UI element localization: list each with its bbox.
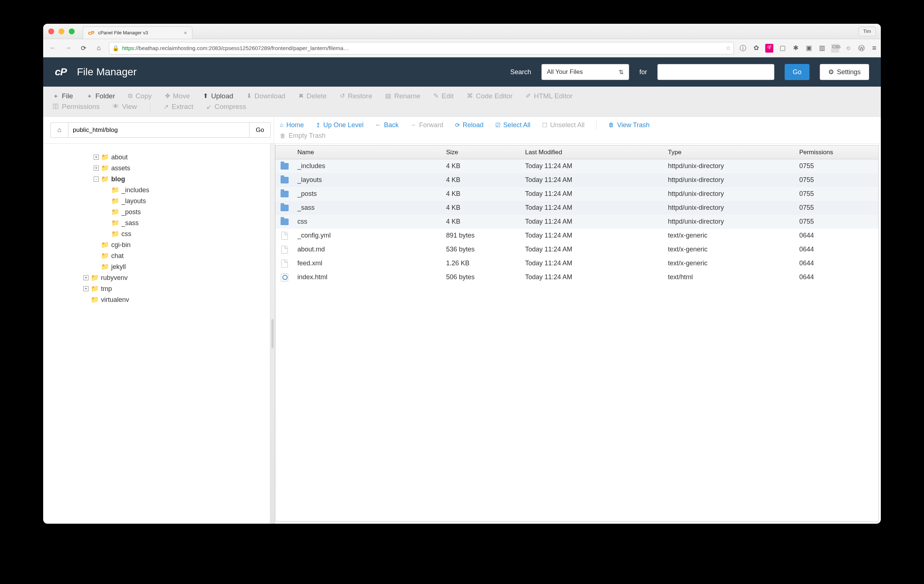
tree-item[interactable]: 📁_sass <box>83 217 266 229</box>
browser-tab[interactable]: cP cPanel File Manager v3 × <box>82 26 192 39</box>
chat-ext-icon[interactable]: ▢ <box>779 44 787 53</box>
tree-item[interactable]: 📁virtualenv <box>83 294 266 305</box>
col-name-header[interactable]: Name <box>297 149 446 156</box>
tree-item[interactable]: 📁jekyll <box>83 261 266 272</box>
nav-back[interactable]: ←Back <box>375 121 399 129</box>
compress-button[interactable]: ↙Compress <box>206 102 246 111</box>
nav-unselect-all[interactable]: ☐Unselect All <box>542 121 584 129</box>
new-file-button[interactable]: ＋File <box>53 92 73 100</box>
col-perm-header[interactable]: Permissions <box>799 149 878 156</box>
gear-icon[interactable]: ✿ <box>752 44 760 53</box>
table-row[interactable]: _layouts4 KBToday 11:24 AMhttpd/unix-dir… <box>276 173 878 187</box>
search-label: Search <box>510 68 531 76</box>
tree-item[interactable]: +📁about <box>83 152 266 163</box>
move-button[interactable]: ✥Move <box>165 92 190 100</box>
search-input[interactable] <box>657 64 774 80</box>
shield-ext-icon[interactable]: ▥ <box>818 44 826 53</box>
table-row[interactable]: _sass4 KBToday 11:24 AMhttpd/unix-direct… <box>276 201 878 215</box>
path-input[interactable] <box>68 122 249 138</box>
search-go-button[interactable]: Go <box>785 64 810 80</box>
wordpress-ext-icon[interactable]: Ⓦ <box>858 44 865 53</box>
table-row[interactable]: _config.yml891 bytesToday 11:24 AMtext/x… <box>276 229 878 243</box>
tree-item[interactable]: +📁assets <box>83 163 266 174</box>
code-editor-button[interactable]: ⌘Code Editor <box>467 92 513 100</box>
folder-icon: 📁 <box>91 296 99 304</box>
info-icon[interactable]: ⓘ <box>739 44 747 53</box>
tree-item[interactable]: 📁_layouts <box>83 196 266 206</box>
extract-button[interactable]: ↗Extract <box>163 102 193 111</box>
upload-button[interactable]: ⬆Upload <box>203 92 233 100</box>
restore-button[interactable]: ↺Restore <box>340 92 372 100</box>
tree-item[interactable]: +📁tmp <box>83 283 266 294</box>
tree-item[interactable]: 📁cgi-bin <box>83 239 266 250</box>
permissions-button[interactable]: ⚿Permissions <box>53 102 99 111</box>
tree-item[interactable]: 📁css <box>83 229 266 239</box>
nav-select-all[interactable]: ☑Select All <box>495 121 530 129</box>
settings-button[interactable]: ⚙ Settings <box>820 64 869 80</box>
box-ext-icon[interactable]: ▣ <box>805 44 813 53</box>
window-close-icon[interactable] <box>48 28 54 35</box>
new-folder-button[interactable]: ＋Folder <box>86 92 115 100</box>
folder-icon <box>280 205 289 211</box>
copy-button[interactable]: ⧉Copy <box>128 92 152 100</box>
nav-forward[interactable]: →Forward <box>411 121 443 129</box>
path-controls: ⌂ Go <box>43 117 274 143</box>
browser-menu-icon[interactable]: ≡ <box>872 44 876 52</box>
view-button[interactable]: 👁View <box>113 102 137 111</box>
omnibox[interactable]: 🔒 https://beathap.reclaimhosting.com:208… <box>109 42 734 54</box>
window-minimize-icon[interactable] <box>59 28 64 35</box>
pink-ext-icon[interactable]: q! <box>765 44 773 53</box>
tree-item[interactable]: -📁blog <box>83 174 266 184</box>
collapse-icon[interactable]: - <box>94 176 99 182</box>
expand-icon[interactable]: + <box>94 166 99 171</box>
tree-item[interactable]: 📁chat <box>83 250 266 261</box>
tree-item[interactable]: +📁rubyvenv <box>83 272 266 283</box>
col-type-header[interactable]: Type <box>668 149 799 156</box>
col-modified-header[interactable]: Last Modified <box>525 149 668 156</box>
nav-reload[interactable]: ⟳Reload <box>455 121 483 129</box>
nav-back-icon[interactable]: ← <box>48 43 58 53</box>
browser-profile-chip[interactable]: Tim <box>858 27 876 36</box>
nav-up[interactable]: ↥Up One Level <box>316 121 364 129</box>
css-ext-icon[interactable]: CSS <box>831 44 839 53</box>
path-home-button[interactable]: ⌂ <box>51 122 68 138</box>
file-permissions: 0644 <box>799 273 878 281</box>
search-scope-select[interactable]: All Your Files ⇅ <box>541 64 629 80</box>
nav-home[interactable]: ⌂Home <box>280 121 304 129</box>
delete-button[interactable]: ✖Delete <box>299 92 327 100</box>
evernote-ext-icon[interactable]: ✱ <box>792 44 800 53</box>
splitter-handle[interactable] <box>270 144 275 524</box>
tree-item[interactable]: 📁_posts <box>83 206 266 217</box>
nav-empty-trash[interactable]: 🗑Empty Trash <box>280 132 875 140</box>
table-row[interactable]: _includes4 KBToday 11:24 AMhttpd/unix-di… <box>276 160 878 173</box>
table-row[interactable]: css4 KBToday 11:24 AMhttpd/unix-director… <box>276 215 878 229</box>
bookmark-star-icon[interactable]: ☆ <box>726 45 731 51</box>
rename-button[interactable]: ▤Rename <box>385 92 420 100</box>
table-row[interactable]: feed.xml1.26 KBToday 11:24 AMtext/x-gene… <box>276 257 878 270</box>
expand-icon[interactable]: + <box>83 275 89 280</box>
url-protocol: https <box>122 45 134 51</box>
file-modified: Today 11:24 AM <box>525 190 668 198</box>
table-row[interactable]: about.md536 bytesToday 11:24 AMtext/x-ge… <box>276 243 878 257</box>
tree-item[interactable]: 📁_includes <box>83 184 266 196</box>
for-label: for <box>639 68 647 76</box>
col-size-header[interactable]: Size <box>446 149 525 156</box>
nav-home-icon[interactable]: ⌂ <box>94 43 104 53</box>
nav-view-trash[interactable]: 🗑View Trash <box>608 121 650 129</box>
nav-reload-icon[interactable]: ⟳ <box>78 43 89 53</box>
table-row[interactable]: _posts4 KBToday 11:24 AMhttpd/unix-direc… <box>276 187 878 201</box>
download-button[interactable]: ⬇Download <box>247 92 286 100</box>
file-type: httpd/unix-directory <box>668 176 799 184</box>
folder-icon: 📁 <box>101 175 109 183</box>
path-go-button[interactable]: Go <box>249 122 271 138</box>
tab-close-icon[interactable]: × <box>184 30 187 36</box>
expand-icon[interactable]: + <box>94 155 99 160</box>
table-row[interactable]: index.html506 bytesToday 11:24 AMtext/ht… <box>276 270 878 284</box>
html-editor-button[interactable]: ✐HTML Editor <box>526 92 573 100</box>
file-name: index.html <box>297 273 446 281</box>
window-zoom-icon[interactable] <box>69 28 74 35</box>
expand-icon[interactable]: + <box>83 286 89 291</box>
edit-button[interactable]: ✎Edit <box>434 92 454 100</box>
sun-ext-icon[interactable]: ☼ <box>844 44 852 53</box>
file-type: text/x-generic <box>668 245 799 253</box>
